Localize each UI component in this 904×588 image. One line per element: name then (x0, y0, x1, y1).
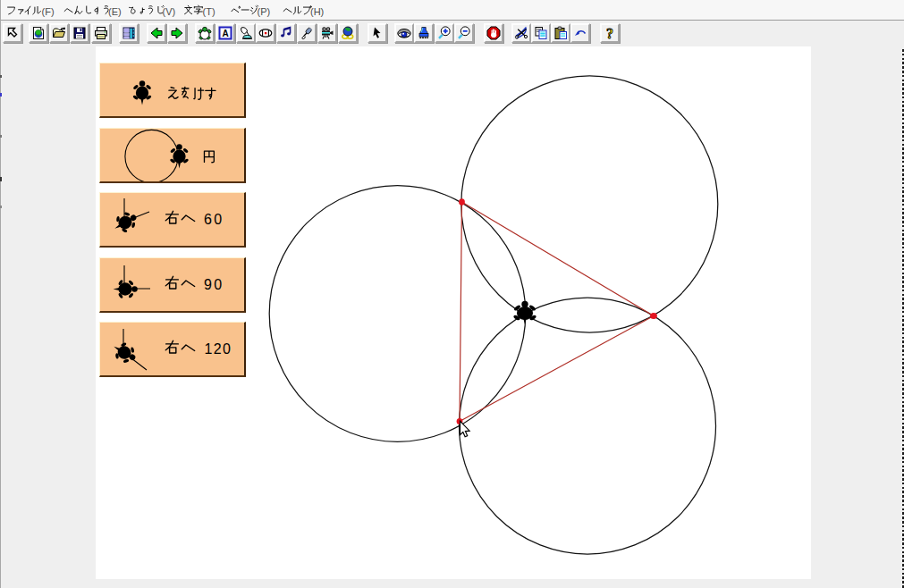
svg-text:?: ? (606, 26, 613, 40)
svg-text:(H): (H) (310, 6, 324, 17)
svg-text:(T): (T) (203, 6, 215, 17)
svg-text:(V): (V) (163, 6, 176, 17)
svg-text:(F): (F) (42, 6, 55, 17)
svg-text:(P): (P) (258, 6, 271, 17)
svg-text:A: A (223, 29, 229, 38)
svg-text:90: 90 (204, 277, 224, 292)
svg-text:(E): (E) (108, 6, 122, 17)
svg-text:120: 120 (205, 341, 232, 357)
svg-text:60: 60 (204, 212, 224, 227)
